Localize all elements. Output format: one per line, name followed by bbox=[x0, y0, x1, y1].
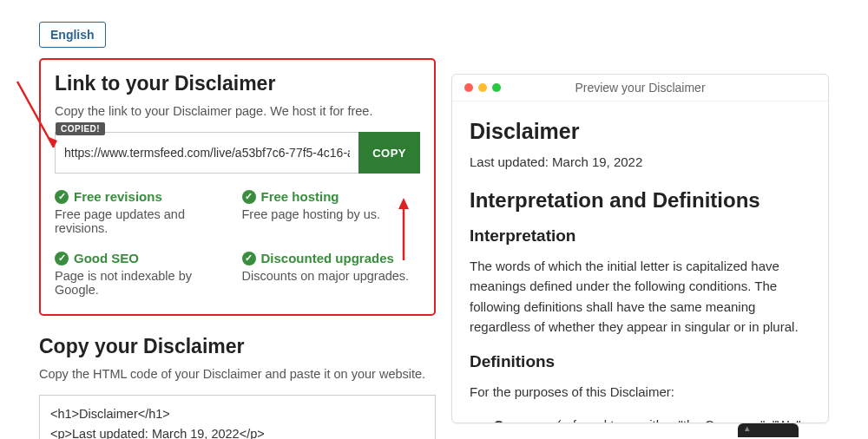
copy-button[interactable]: COPY bbox=[358, 132, 420, 174]
link-section-highlight: Link to your Disclaimer Copy the link to… bbox=[39, 58, 436, 316]
preview-list: Company (referred to as either "the Comp… bbox=[470, 417, 811, 423]
preview-h3-interpretation: Interpretation bbox=[470, 226, 811, 246]
scroll-to-top-widget[interactable] bbox=[738, 423, 799, 437]
feature-good-seo: ✓ Good SEO Page is not indexable by Goog… bbox=[55, 251, 233, 297]
window-dot-yellow bbox=[478, 83, 487, 92]
feature-title: Discounted upgrades bbox=[261, 251, 394, 265]
preview-updated: Last updated: March 19, 2022 bbox=[470, 154, 811, 169]
feature-title: Free revisions bbox=[74, 189, 162, 204]
preview-card: Preview your Disclaimer Disclaimer Last … bbox=[451, 74, 829, 423]
window-dot-green bbox=[492, 83, 501, 92]
link-section-title: Link to your Disclaimer bbox=[55, 72, 420, 95]
copy-section-title: Copy your Disclaimer bbox=[39, 335, 436, 358]
language-button[interactable]: English bbox=[39, 22, 106, 48]
window-dot-red bbox=[464, 83, 473, 92]
check-icon: ✓ bbox=[242, 190, 256, 204]
preview-h3-definitions: Definitions bbox=[470, 352, 811, 371]
link-section-subtitle: Copy the link to your Disclaimer page. W… bbox=[55, 104, 420, 118]
preview-body[interactable]: Disclaimer Last updated: March 19, 2022 … bbox=[452, 102, 828, 423]
list-item: Company (referred to as either "the Comp… bbox=[494, 417, 811, 423]
url-input[interactable] bbox=[55, 132, 358, 174]
check-icon: ✓ bbox=[242, 252, 256, 265]
check-icon: ✓ bbox=[55, 190, 69, 204]
copy-section-subtitle: Copy the HTML code of your Disclaimer an… bbox=[39, 367, 436, 381]
code-box[interactable]: <h1>Disclaimer</h1> <p>Last updated: Mar… bbox=[39, 395, 436, 439]
feature-desc: Discounts on major upgrades. bbox=[242, 269, 421, 283]
preview-h1: Disclaimer bbox=[470, 119, 811, 144]
feature-title: Good SEO bbox=[74, 251, 139, 265]
preview-p2: For the purposes of this Disclaimer: bbox=[470, 382, 811, 402]
feature-free-revisions: ✓ Free revisions Free page updates and r… bbox=[55, 189, 233, 235]
preview-header: Preview your Disclaimer bbox=[452, 75, 828, 102]
preview-h2: Interpretation and Definitions bbox=[470, 188, 811, 213]
copy-section: Copy your Disclaimer Copy the HTML code … bbox=[39, 335, 436, 439]
feature-title: Free hosting bbox=[261, 189, 339, 204]
feature-desc: Free page updates and revisions. bbox=[55, 207, 233, 235]
feature-discounted-upgrades: ✓ Discounted upgrades Discounts on major… bbox=[242, 251, 421, 297]
feature-desc: Free page hosting by us. bbox=[242, 207, 421, 221]
check-icon: ✓ bbox=[55, 252, 69, 265]
preview-title: Preview your Disclaimer bbox=[452, 81, 828, 95]
feature-desc: Page is not indexable by Google. bbox=[55, 269, 233, 297]
url-row: COPIED! COPY bbox=[55, 132, 420, 174]
preview-p1: The words of which the initial letter is… bbox=[470, 256, 811, 337]
feature-free-hosting: ✓ Free hosting Free page hosting by us. bbox=[242, 189, 421, 235]
copied-badge: COPIED! bbox=[56, 122, 105, 135]
